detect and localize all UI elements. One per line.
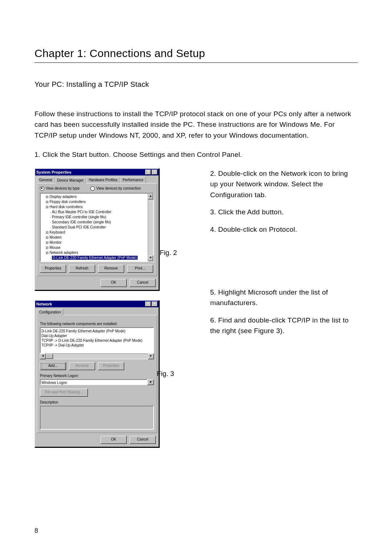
tab-general[interactable]: General — [37, 177, 55, 183]
step-5: 5. Highlight Microsoft under the list of… — [210, 287, 358, 308]
description-box — [40, 406, 154, 430]
components-label: The following network components are ins… — [40, 322, 154, 326]
step-2: 2. Double-click on the Network icon to b… — [210, 168, 358, 200]
help-icon[interactable]: ? — [145, 301, 151, 307]
tree-mouse[interactable]: Mouse — [46, 245, 152, 250]
vertical-scrollbar[interactable]: ▲ ▼ — [148, 194, 153, 261]
horizontal-scrollbar[interactable]: ◄ ► — [40, 353, 154, 359]
components-list[interactable]: D-Link DE-220 Family Ethernet Adapter (P… — [40, 327, 154, 353]
figure-2-caption: Fig. 2 — [160, 249, 177, 257]
tree-hdd-child[interactable]: Primary IDE controller (single fifo) — [50, 215, 152, 220]
help-icon[interactable]: ? — [145, 170, 151, 175]
section-title: Your PC: Installing a TCP/IP Stack — [34, 80, 358, 89]
list-item[interactable]: Dial-Up Adapter — [41, 333, 152, 338]
description-label: Description — [40, 400, 154, 404]
device-tree[interactable]: Display adapters Floppy disk controllers… — [40, 193, 154, 262]
tree-network-selected[interactable]: D-Link DE-220 Family Ethernet Adapter (P… — [50, 255, 152, 260]
scroll-down-icon[interactable]: ▼ — [148, 255, 153, 261]
radio-view-by-type[interactable]: View devices by type — [40, 186, 79, 191]
system-properties-dialog: System Properties ? × General Device Man… — [34, 168, 159, 291]
remove-button[interactable]: Remove — [98, 265, 124, 273]
tree-floppy[interactable]: Floppy disk controllers — [46, 199, 152, 204]
add-button[interactable]: Add... — [40, 362, 66, 370]
manual-page: Chapter 1: Connections and Setup Your PC… — [0, 0, 392, 555]
tab-hardware-profiles[interactable]: Hardware Profiles — [86, 177, 120, 183]
scroll-up-icon[interactable]: ▲ — [148, 194, 153, 199]
tree-modem[interactable]: Modem — [46, 235, 152, 240]
titlebar[interactable]: System Properties ? × — [35, 169, 159, 175]
tree-monitor[interactable]: Monitor — [46, 240, 152, 245]
remove-button[interactable]: Remove — [69, 362, 95, 370]
tree-hdd-child[interactable]: ALi Bus Master PCI to IDE Controller — [50, 210, 152, 215]
cancel-button[interactable]: Cancel — [130, 279, 156, 287]
refresh-button[interactable]: Refresh — [69, 265, 95, 273]
tree-hdd-child[interactable]: Secondary IDE controller (single fifo) — [50, 220, 152, 225]
step-6: 6. Find and double-click TCP/IP in the l… — [210, 315, 358, 336]
step-1: 1. Click the Start button. Choose Settin… — [34, 149, 358, 160]
ok-button[interactable]: OK — [101, 279, 127, 287]
close-icon[interactable]: × — [152, 170, 158, 175]
file-print-sharing-button[interactable]: File and Print Sharing... — [40, 389, 88, 397]
tree-hdd-child[interactable]: Standard Dual PCI IDE Controller — [50, 225, 152, 230]
list-item[interactable]: D-Link DE-220 Family Ethernet Adapter (P… — [41, 329, 152, 333]
tree-hdd[interactable]: Hard disk controllers ALi Bus Master PCI… — [46, 204, 152, 230]
chapter-rule — [34, 62, 358, 63]
tree-display-adapters[interactable]: Display adapters — [46, 194, 152, 199]
step-4: 4. Double-click on Protocol. — [210, 224, 358, 235]
titlebar[interactable]: Network ? × — [35, 301, 159, 307]
network-dialog: Network ? × Configuration The following … — [34, 300, 159, 447]
window-title: Network — [36, 302, 52, 306]
list-item[interactable]: TCP/IP -> D-Link DE-220 Family Ethernet … — [41, 338, 152, 343]
tab-configuration[interactable]: Configuration — [37, 309, 63, 315]
page-number: 8 — [34, 527, 38, 535]
intro-paragraph: Follow these instructions to install the… — [34, 109, 358, 141]
tree-keyboard[interactable]: Keyboard — [46, 230, 152, 235]
radio-view-by-connection[interactable]: View devices by connection — [90, 186, 141, 191]
properties-button[interactable]: Properties — [98, 362, 124, 370]
tab-performance[interactable]: Performance — [120, 177, 146, 183]
chapter-title: Chapter 1: Connections and Setup — [34, 47, 358, 60]
tree-network[interactable]: Network adapters D-Link DE-220 Family Et… — [46, 250, 152, 262]
properties-button[interactable]: Properties — [40, 265, 66, 273]
tree-dialup[interactable]: Dial-Up Adapter — [50, 260, 152, 262]
cancel-button[interactable]: Cancel — [130, 436, 156, 444]
logon-label: Primary Network Logon: — [40, 374, 154, 378]
scroll-right-icon[interactable]: ► — [148, 353, 154, 359]
tab-device-manager[interactable]: Device Manager — [55, 177, 86, 183]
scroll-left-icon[interactable]: ◄ — [40, 353, 46, 359]
ok-button[interactable]: OK — [101, 436, 127, 444]
print-button[interactable]: Print... — [127, 265, 153, 273]
chevron-down-icon[interactable]: ▼ — [147, 379, 154, 385]
list-item[interactable]: TCP/IP -> Dial-Up Adapter — [41, 343, 152, 348]
window-title: System Properties — [36, 170, 72, 174]
figure-3-caption: Fig. 3 — [157, 370, 174, 378]
primary-logon-dropdown[interactable]: Windows Logon ▼ — [40, 379, 154, 385]
step-3: 3. Click the Add button. — [210, 207, 358, 217]
dropdown-value: Windows Logon — [40, 379, 147, 385]
close-icon[interactable]: × — [152, 301, 158, 307]
